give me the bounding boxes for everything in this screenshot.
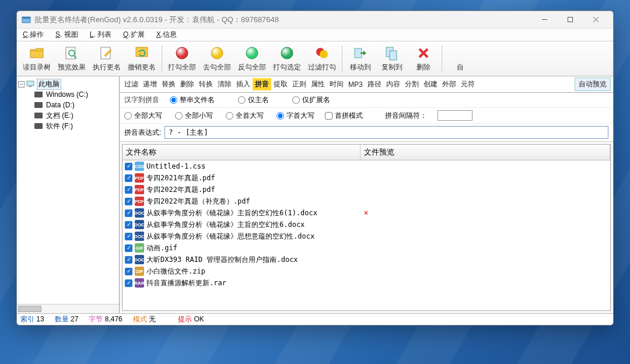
- sidebar-scrollbar[interactable]: [17, 304, 119, 313]
- row1-opt-2[interactable]: 仅扩展名: [292, 95, 330, 105]
- toolbar-uncheck-all[interactable]: 去勾全部: [200, 43, 235, 75]
- file-checkbox[interactable]: [125, 279, 132, 287]
- menu-2[interactable]: L. 列表: [86, 29, 115, 41]
- check-sel-icon: [279, 45, 295, 61]
- tree-drive-0[interactable]: Windows (C:): [18, 89, 118, 100]
- exec-icon: [99, 45, 115, 61]
- file-type-icon: PDF: [135, 173, 144, 183]
- copy-to-icon: [384, 45, 400, 61]
- toolbar-separator: [162, 46, 162, 72]
- file-checkbox[interactable]: [125, 198, 132, 205]
- first-pinyin-mode-check[interactable]: 首拼模式: [325, 111, 363, 121]
- minimize-button[interactable]: [531, 12, 557, 28]
- tab-清除[interactable]: 清除: [215, 78, 234, 90]
- file-checkbox[interactable]: [125, 268, 132, 275]
- file-checkbox[interactable]: [125, 233, 132, 240]
- file-checkbox[interactable]: [125, 221, 132, 229]
- toolbar-auto[interactable]: 自: [444, 43, 476, 75]
- toolbar-check-all[interactable]: 打勾全部: [164, 43, 200, 75]
- col-preview[interactable]: 文件预览: [360, 145, 610, 160]
- file-preview-cell: ×: [364, 209, 368, 217]
- tab-正则[interactable]: 正则: [290, 78, 309, 90]
- file-row[interactable]: DOC大昕DX393 RAID 管理器控制台用户指南.docx: [123, 254, 610, 265]
- file-checkbox[interactable]: [125, 174, 132, 182]
- tree-drive-1[interactable]: Data (D:): [18, 100, 118, 110]
- toolbar-invert[interactable]: 反勾全部: [235, 43, 270, 75]
- tab-路径[interactable]: 路径: [365, 78, 384, 90]
- menu-4[interactable]: X.信息: [153, 29, 180, 41]
- row2-opt-2[interactable]: 全首大写: [226, 111, 264, 121]
- file-row[interactable]: RAR抖音直播源解析更新.rar: [123, 277, 610, 289]
- toolbar-copy-to[interactable]: 复制到: [376, 43, 408, 75]
- app-icon: [22, 15, 31, 24]
- tab-外部[interactable]: 外部: [440, 78, 459, 90]
- toolbar-preview[interactable]: 预览效果: [54, 43, 89, 75]
- tree-drive-2[interactable]: 文档 (E:): [18, 110, 118, 121]
- tree-drive-3[interactable]: 软件 (F:): [18, 121, 118, 131]
- file-row[interactable]: CSSUntitled-1.css: [123, 160, 610, 172]
- col-filename[interactable]: 文件名称: [123, 145, 360, 160]
- file-checkbox[interactable]: [125, 186, 132, 194]
- file-row[interactable]: DOC从叙事学角度分析《镜花缘》主旨的空幻性6.docx: [123, 219, 610, 230]
- folder-tree[interactable]: −此电脑Windows (C:)Data (D:)文档 (E:)软件 (F:): [17, 76, 119, 304]
- file-type-icon: DOC: [135, 220, 144, 229]
- separator-input[interactable]: [438, 110, 473, 121]
- close-button[interactable]: [583, 12, 608, 28]
- menu-3[interactable]: Q.扩展: [120, 29, 148, 41]
- preview-icon: [64, 45, 80, 61]
- main-panel: 过滤递增替换删除转换清除插入拼音提取正则属性时间MP3路径内容分割创建外部元符自…: [120, 76, 613, 313]
- file-row[interactable]: PDF专四2022年真题.pdf: [123, 184, 610, 195]
- tab-删除[interactable]: 删除: [178, 78, 197, 90]
- svg-rect-22: [27, 81, 34, 86]
- tab-属性[interactable]: 属性: [309, 78, 327, 90]
- file-row[interactable]: PDF专四2022年真题（补充卷）.pdf: [123, 195, 610, 207]
- file-checkbox[interactable]: [125, 256, 132, 264]
- tab-时间[interactable]: 时间: [327, 78, 346, 90]
- file-list-header: 文件名称 文件预览: [123, 145, 610, 160]
- auto-preview-toggle[interactable]: 自动预览: [575, 78, 611, 91]
- file-row[interactable]: GIF动画.gif: [123, 242, 610, 254]
- maximize-button[interactable]: [557, 12, 583, 28]
- tab-MP3[interactable]: MP3: [346, 79, 365, 90]
- tab-创建[interactable]: 创建: [421, 78, 440, 90]
- menu-0[interactable]: C.操作: [19, 29, 47, 41]
- file-name: 大昕DX393 RAID 管理器控制台用户指南.docx: [146, 255, 298, 265]
- svg-rect-1: [22, 17, 30, 19]
- file-list-body[interactable]: CSSUntitled-1.cssPDF专四2021年真题.pdfPDF专四20…: [123, 160, 610, 310]
- file-row[interactable]: DOC从叙事学角度分析《镜花缘》主旨的空幻性6(1).docx×: [123, 207, 610, 219]
- tab-内容[interactable]: 内容: [384, 78, 402, 90]
- tab-提取[interactable]: 提取: [271, 78, 290, 90]
- row1-opt-1[interactable]: 仅主名: [238, 95, 269, 105]
- expression-input[interactable]: [164, 126, 608, 139]
- menu-1[interactable]: S. 视图: [52, 29, 82, 41]
- file-checkbox[interactable]: [125, 209, 132, 217]
- row2-opt-3[interactable]: 字首大写: [276, 111, 314, 121]
- toolbar-exec[interactable]: 执行更名: [89, 43, 124, 75]
- auto-icon: [452, 45, 468, 61]
- toolbar-read-tree[interactable]: 读目录树: [19, 43, 54, 75]
- file-checkbox[interactable]: [125, 244, 132, 252]
- toolbar-filter-check[interactable]: 过滤打勾: [304, 43, 340, 75]
- tab-分割[interactable]: 分割: [402, 78, 421, 90]
- file-checkbox[interactable]: [125, 163, 132, 170]
- tab-替换[interactable]: 替换: [159, 78, 178, 90]
- file-row[interactable]: DOC从叙事学角度分析《镜花缘》思想意蕴的空幻性.docx: [123, 230, 610, 242]
- file-name: 从叙事学角度分析《镜花缘》思想意蕴的空幻性.docx: [146, 232, 314, 242]
- tab-插入[interactable]: 插入: [234, 78, 253, 90]
- tree-root[interactable]: −此电脑: [18, 79, 118, 89]
- toolbar-delete[interactable]: 删除: [408, 43, 439, 75]
- tab-元符[interactable]: 元符: [459, 78, 477, 90]
- tab-递增[interactable]: 递增: [141, 78, 159, 90]
- file-type-icon: RAR: [135, 278, 144, 288]
- file-row[interactable]: PDF专四2021年真题.pdf: [123, 172, 610, 184]
- row2-opt-0[interactable]: 全部大写: [124, 111, 162, 121]
- file-row[interactable]: ZIP小白微信文件.zip: [123, 265, 610, 277]
- tab-拼音[interactable]: 拼音: [253, 78, 271, 90]
- row2-opt-1[interactable]: 全部小写: [175, 111, 213, 121]
- tab-转换[interactable]: 转换: [197, 78, 215, 90]
- tab-过滤[interactable]: 过滤: [122, 78, 141, 90]
- toolbar-undo[interactable]: 撤销更名: [124, 43, 159, 75]
- toolbar-check-sel[interactable]: 打勾选定: [270, 43, 304, 75]
- row1-opt-0[interactable]: 整串文件名: [170, 95, 215, 105]
- toolbar-move-to[interactable]: 移动到: [345, 43, 376, 75]
